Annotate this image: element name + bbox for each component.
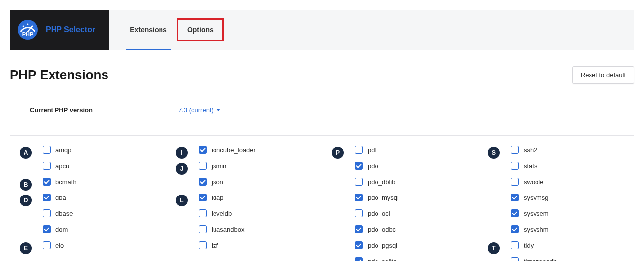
extension-pdo_dblib[interactable]: pdo_dblib: [355, 178, 395, 186]
tabs: Extensions Options: [109, 10, 237, 50]
checkbox[interactable]: [355, 162, 363, 170]
extension-row: Ddba: [20, 194, 156, 206]
svg-point-3: [27, 24, 29, 25]
extension-row: sysvsem: [488, 209, 624, 222]
extension-pdo[interactable]: pdo: [355, 162, 378, 170]
extension-json[interactable]: json: [199, 178, 223, 186]
extension-row: Ttidy: [488, 241, 624, 254]
extension-dba[interactable]: dba: [43, 194, 66, 201]
extension-dom[interactable]: dom: [43, 225, 68, 233]
svg-text:PHP: PHP: [22, 31, 34, 37]
extension-lzf[interactable]: lzf: [199, 241, 218, 249]
extension-pdo_oci[interactable]: pdo_oci: [355, 209, 390, 217]
extension-label: tidy: [524, 242, 534, 249]
checkbox[interactable]: [355, 178, 363, 186]
extension-label: pdo_dblib: [368, 178, 395, 186]
tab-extensions[interactable]: Extensions: [121, 10, 176, 50]
checkbox[interactable]: [199, 178, 207, 186]
extension-pdo_odbc[interactable]: pdo_odbc: [355, 225, 396, 233]
checkbox[interactable]: [199, 146, 207, 154]
checkbox[interactable]: [355, 209, 363, 217]
checkbox[interactable]: [511, 257, 519, 261]
extension-row: sysvmsg: [488, 194, 624, 206]
extension-jsmin[interactable]: jsmin: [199, 162, 226, 170]
letter-badge: L: [176, 195, 188, 206]
checkbox[interactable]: [355, 146, 363, 154]
extension-label: ldap: [212, 194, 224, 201]
checkbox[interactable]: [511, 178, 519, 186]
extension-row: pdo_oci: [332, 209, 468, 222]
extension-label: dom: [55, 226, 68, 233]
checkbox[interactable]: [511, 162, 519, 170]
checkbox[interactable]: [511, 146, 519, 154]
extension-label: ioncube_loader: [212, 146, 256, 154]
reset-to-default-button[interactable]: Reset to default: [572, 66, 634, 84]
extension-sysvsem[interactable]: sysvsem: [511, 209, 549, 217]
extension-timezonedb[interactable]: timezonedb: [511, 257, 557, 261]
extension-stats[interactable]: stats: [511, 162, 537, 170]
extension-row: pdo_sqlite: [332, 257, 468, 261]
caret-down-icon: [216, 109, 220, 111]
checkbox[interactable]: [199, 225, 207, 233]
checkbox[interactable]: [43, 241, 51, 249]
extension-pdo_mysql[interactable]: pdo_mysql: [355, 194, 399, 201]
checkbox[interactable]: [43, 178, 51, 186]
php-version-select[interactable]: 7.3 (current): [178, 106, 220, 114]
extension-ssh2[interactable]: ssh2: [511, 146, 537, 154]
extension-pdo_sqlite[interactable]: pdo_sqlite: [355, 257, 397, 261]
extension-bcmath[interactable]: bcmath: [43, 178, 77, 186]
extension-row: leveldb: [176, 209, 312, 222]
checkbox[interactable]: [355, 194, 363, 201]
checkbox[interactable]: [43, 146, 51, 154]
extension-label: eio: [55, 242, 64, 249]
checkbox[interactable]: [355, 257, 363, 261]
checkbox[interactable]: [199, 162, 207, 170]
extension-apcu[interactable]: apcu: [43, 162, 69, 170]
extension-amqp[interactable]: amqp: [43, 146, 72, 154]
checkbox[interactable]: [511, 209, 519, 217]
letter-badge: B: [20, 179, 32, 191]
extension-eio[interactable]: eio: [43, 241, 64, 249]
extension-label: sysvmsg: [524, 194, 549, 201]
extension-label: pdo_pgsql: [368, 242, 397, 249]
version-row: Current PHP version 7.3 (current): [10, 94, 634, 126]
checkbox[interactable]: [199, 241, 207, 249]
extension-label: pdf: [368, 146, 376, 154]
checkbox[interactable]: [43, 209, 51, 217]
extension-tidy[interactable]: tidy: [511, 241, 534, 249]
extensions-column: Iioncube_loaderJjsminjsonLldapleveldblua…: [176, 146, 312, 261]
checkbox[interactable]: [43, 225, 51, 233]
tab-options[interactable]: Options: [177, 18, 224, 41]
checkbox[interactable]: [43, 162, 51, 170]
checkbox[interactable]: [511, 194, 519, 201]
extension-ioncube_loader[interactable]: ioncube_loader: [199, 146, 256, 154]
checkbox[interactable]: [199, 209, 207, 217]
extension-label: json: [212, 178, 223, 186]
extension-row: pdo: [332, 162, 468, 175]
extension-ldap[interactable]: ldap: [199, 194, 224, 201]
extension-luasandbox[interactable]: luasandbox: [199, 225, 245, 233]
extension-sysvmsg[interactable]: sysvmsg: [511, 194, 549, 201]
extension-label: pdo_mysql: [368, 194, 399, 201]
extension-dbase[interactable]: dbase: [43, 209, 73, 217]
extension-swoole[interactable]: swoole: [511, 178, 543, 186]
extension-pdo_pgsql[interactable]: pdo_pgsql: [355, 241, 397, 249]
extensions-column: Ppdfpdopdo_dblibpdo_mysqlpdo_ocipdo_odbc…: [332, 146, 468, 261]
svg-point-5: [34, 30, 35, 32]
extension-label: sysvshm: [524, 226, 549, 233]
checkbox[interactable]: [43, 194, 51, 201]
letter-badge: T: [488, 242, 500, 254]
extension-label: sysvsem: [524, 210, 549, 217]
extension-pdf[interactable]: pdf: [355, 146, 376, 154]
extension-leveldb[interactable]: leveldb: [199, 209, 232, 217]
checkbox[interactable]: [511, 241, 519, 249]
extension-sysvshm[interactable]: sysvshm: [511, 225, 549, 233]
extension-label: apcu: [55, 162, 69, 170]
checkbox[interactable]: [199, 194, 207, 201]
checkbox[interactable]: [355, 225, 363, 233]
extension-label: ssh2: [524, 146, 537, 154]
extension-label: dbase: [55, 210, 73, 217]
checkbox[interactable]: [355, 241, 363, 249]
checkbox[interactable]: [511, 225, 519, 233]
extension-label: bcmath: [55, 178, 77, 186]
